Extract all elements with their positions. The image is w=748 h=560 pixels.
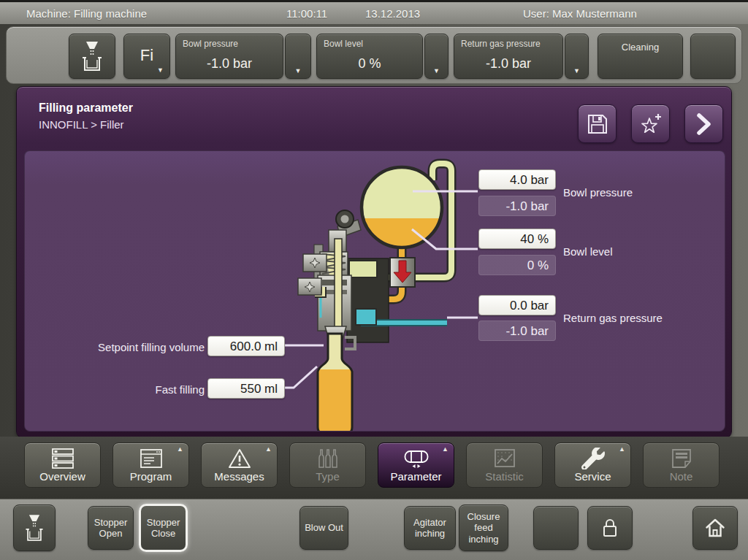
- nav-service[interactable]: ▲ Service: [554, 442, 631, 488]
- bowl-level-dropdown[interactable]: ▼: [424, 34, 449, 79]
- hmi-screen: Machine: Filling machine 11:00:11 13.12.…: [0, 0, 748, 560]
- filler-function-button[interactable]: [13, 505, 56, 551]
- wrench-icon: [581, 448, 606, 469]
- clock-date: 13.12.2013: [365, 7, 420, 20]
- star-icon: [543, 515, 568, 540]
- home-icon: [703, 516, 728, 540]
- warning-triangle-icon: [227, 448, 252, 469]
- stopper-close-button[interactable]: Stopper Close: [139, 504, 188, 552]
- nav-label: Messages: [202, 470, 277, 483]
- filler-bowl: [362, 167, 442, 248]
- nav-label: Statistic: [467, 470, 542, 483]
- nav-note: Note: [643, 442, 720, 488]
- gas-port: [349, 261, 377, 277]
- bowl-level-display[interactable]: Bowl level 0 %: [316, 34, 423, 79]
- nav-statistic: Statistic: [466, 442, 543, 488]
- machine-name: Machine: Filling machine: [26, 7, 147, 20]
- nav-program[interactable]: ▲ Program: [112, 442, 189, 488]
- function-bar: Stopper Open Stopper Close Blow Out Agit…: [0, 499, 748, 560]
- empty-toolbar-button[interactable]: [690, 34, 736, 79]
- clock-time: 11:00:11: [286, 7, 327, 20]
- nav-label: Service: [555, 470, 630, 483]
- lock-button[interactable]: [587, 506, 633, 550]
- main-nav-bar: Overview ▲ Program ▲ Messages: [0, 437, 748, 499]
- product-column: [335, 239, 342, 328]
- bowl-level-setpoint-field[interactable]: 40 %: [478, 229, 556, 249]
- breadcrumb: INNOFILL > Filler: [39, 118, 124, 131]
- add-favorite-button[interactable]: [631, 104, 670, 143]
- status-bar: Machine: Filling machine 11:00:11 13.12.…: [0, 0, 748, 24]
- overview-icon: [50, 448, 75, 469]
- display-label: Bowl pressure: [183, 39, 238, 49]
- lock-icon: [598, 516, 622, 540]
- filling-valve-assembly: [298, 210, 361, 349]
- bowl-pressure-setpoint-field[interactable]: 4.0 bar: [478, 169, 556, 190]
- nav-messages[interactable]: ▲ Messages: [201, 442, 278, 488]
- filler-mode-button[interactable]: [69, 34, 115, 79]
- setpoint-filling-volume-label: Setpoint filling volume: [54, 340, 205, 355]
- bowl-level-label: Bowl level: [563, 245, 613, 259]
- favorites-button[interactable]: [533, 506, 579, 550]
- nav-label: Note: [644, 470, 719, 483]
- return-gas-pressure-setpoint-field[interactable]: 0.0 bar: [478, 295, 556, 315]
- return-gas-pressure-dropdown[interactable]: ▼: [565, 34, 589, 79]
- bottle-fill-icon: [23, 512, 46, 544]
- chevron-down-icon: ▼: [286, 67, 310, 74]
- stopper-open-button[interactable]: Stopper Open: [88, 506, 134, 550]
- display-value: -1.0 bar: [454, 56, 562, 72]
- return-gas-pressure-label: Return gas pressure: [563, 311, 663, 326]
- return-gas-channel: [356, 309, 447, 325]
- nav-label: Overview: [25, 470, 100, 483]
- nav-label: Type: [290, 470, 365, 483]
- return-gas-pressure-display[interactable]: Return gas pressure -1.0 bar: [454, 34, 563, 79]
- expand-arrow-icon: ▲: [265, 445, 272, 453]
- display-label: Bowl level: [324, 39, 363, 49]
- return-gas-pressure-actual-value: -1.0 bar: [478, 321, 556, 341]
- expand-arrow-icon: ▲: [442, 445, 449, 453]
- next-page-button[interactable]: [684, 104, 723, 143]
- expand-arrow-icon: ▲: [177, 445, 183, 453]
- logged-in-user: User: Max Mustermann: [523, 7, 637, 20]
- chevron-right-icon: [695, 112, 714, 136]
- cleaning-button[interactable]: Cleaning: [598, 34, 683, 79]
- bowl-level-actual-value: 0 %: [478, 255, 556, 275]
- home-button[interactable]: [692, 506, 738, 550]
- setpoint-filling-volume-field[interactable]: 600.0 ml: [207, 336, 285, 356]
- star-plus-icon: [638, 112, 663, 137]
- display-value: -1.0 bar: [176, 56, 283, 72]
- cleaning-label: Cleaning: [598, 42, 682, 53]
- nav-type: Type: [289, 442, 366, 488]
- statistic-chart-icon: [492, 448, 517, 469]
- nav-overview[interactable]: Overview: [24, 442, 101, 488]
- fast-filling-label: Fast filling: [54, 383, 205, 397]
- nav-label: Program: [113, 470, 188, 483]
- bottles-icon: [316, 448, 340, 469]
- chevron-down-icon: ▼: [565, 67, 588, 74]
- display-label: Return gas pressure: [461, 39, 541, 49]
- expand-arrow-icon: ▲: [619, 445, 625, 453]
- chevron-down-icon: ▼: [425, 67, 448, 74]
- closure-feed-inching-button[interactable]: Closure feed inching: [459, 505, 508, 551]
- chevron-down-icon: ▼: [157, 66, 164, 74]
- filling-parameter-panel: Filling parameter INNOFILL > Filler: [16, 86, 732, 438]
- shutoff-valve: [390, 258, 415, 287]
- fi-label: Fi: [124, 46, 169, 65]
- note-icon: [669, 448, 694, 469]
- bowl-pressure-display[interactable]: Bowl pressure -1.0 bar: [175, 34, 283, 79]
- blow-out-button[interactable]: Blow Out: [299, 506, 348, 550]
- bowl-pressure-label: Bowl pressure: [563, 185, 633, 200]
- bowl-pressure-actual-value: -1.0 bar: [478, 196, 556, 216]
- fast-filling-field[interactable]: 550 ml: [207, 378, 285, 399]
- fi-selector-button[interactable]: Fi ▼: [123, 34, 170, 79]
- top-toolbar: Fi ▼ Bowl pressure -1.0 bar ▼ Bowl level…: [6, 26, 742, 84]
- save-icon: [585, 112, 610, 137]
- save-button[interactable]: [578, 104, 617, 143]
- nav-label: Parameter: [378, 470, 454, 483]
- process-diagram-area: 4.0 bar -1.0 bar Bowl pressure 40 % 0 % …: [24, 150, 725, 431]
- agitator-inching-button[interactable]: Agitator inching: [404, 506, 456, 550]
- bowl-pressure-dropdown[interactable]: ▼: [285, 34, 311, 79]
- nav-parameter[interactable]: ▲ Parameter: [378, 442, 454, 488]
- display-value: 0 %: [317, 56, 422, 72]
- bottle-fill-icon: [79, 39, 105, 73]
- program-icon: [139, 448, 164, 469]
